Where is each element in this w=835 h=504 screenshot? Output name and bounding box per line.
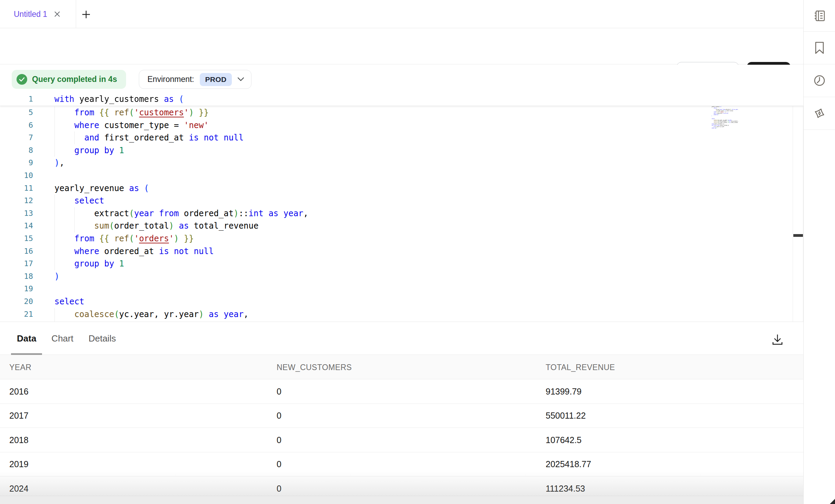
table-cell: 111234.53 <box>546 476 585 496</box>
code-line[interactable]: 17 group by 1 <box>0 258 803 270</box>
editor-tab-untitled-1[interactable]: Untitled 1 <box>0 0 76 28</box>
history-icon <box>813 74 826 87</box>
line-number: 11 <box>0 182 33 195</box>
column-header: YEAR <box>9 355 31 379</box>
code-lines: 5 from {{ ref('customers') }}6 where cus… <box>0 106 803 322</box>
notebook-icon <box>813 9 826 23</box>
environment-label: Environment: <box>147 75 194 84</box>
code-line[interactable]: 18) <box>0 270 803 283</box>
table-row: 20240111234.53 <box>0 476 803 496</box>
code-line[interactable]: 9), <box>0 157 803 169</box>
bookmarks-panel-button[interactable] <box>804 32 835 64</box>
results-panel: DataChartDetails YEARNEW_CUSTOMERSTOTAL_… <box>0 322 803 504</box>
line-number: 17 <box>0 258 33 270</box>
editor-scrollbar-track[interactable] <box>793 93 803 322</box>
table-cell: 0 <box>277 379 281 404</box>
results-table-header: YEARNEW_CUSTOMERSTOTAL_REVENUE <box>0 355 803 379</box>
code-line[interactable]: 15 from {{ ref('orders') }} <box>0 232 803 245</box>
results-tab-details[interactable]: Details <box>83 322 122 355</box>
code-line[interactable]: 22 coalesce(yc.new_customers, 0) as new_… <box>0 321 803 322</box>
column-header: NEW_CUSTOMERS <box>277 355 352 379</box>
close-tab-icon[interactable] <box>53 10 62 19</box>
notebook-panel-button[interactable] <box>804 0 835 32</box>
download-results-icon[interactable] <box>770 332 785 348</box>
new-tab-button[interactable] <box>81 9 92 20</box>
table-cell: 2018 <box>9 428 29 452</box>
editor-scrollbar-handle[interactable] <box>793 234 803 237</box>
table-cell: 550011.22 <box>546 404 586 428</box>
table-cell: 0 <box>277 476 281 496</box>
line-number: 15 <box>0 232 33 245</box>
tab-title: Untitled 1 <box>14 10 47 19</box>
right-icon-rail <box>803 0 835 504</box>
window-resize-corner[interactable] <box>830 499 835 504</box>
code-line[interactable]: 8 group by 1 <box>0 144 803 157</box>
code-line[interactable]: 14 sum(order_total) as total_revenue <box>0 220 803 232</box>
query-status-text: Query completed in 4s <box>32 75 117 84</box>
code-line[interactable]: 7 and first_ordered_at is not null <box>0 132 803 144</box>
code-line: order by 1 <box>712 127 716 129</box>
code-line[interactable]: 10 <box>0 169 803 182</box>
editor-minimap[interactable]: with yearly_customers as ( select extrac… <box>712 93 752 238</box>
bookmark-icon <box>814 41 825 55</box>
table-cell: 2017 <box>9 404 29 428</box>
main-column: Untitled 1 Develop Run <box>0 0 803 504</box>
line-number: 6 <box>0 119 33 132</box>
explore-icon <box>812 106 827 120</box>
editor-toolbar: Develop Run <box>0 29 803 64</box>
sticky-scroll-line[interactable]: 1with yearly_customers as ( <box>0 93 803 106</box>
line-number: 22 <box>0 321 33 322</box>
sql-code-editor[interactable]: 5 from {{ ref('customers') }}6 where cus… <box>0 93 803 322</box>
code-line[interactable]: 19 <box>0 283 803 295</box>
code-line[interactable]: 6 where customer_type = 'new' <box>0 119 803 132</box>
table-row: 201902025418.77 <box>0 452 803 477</box>
environment-value-chip: PROD <box>200 73 232 86</box>
query-status-badge: Query completed in 4s <box>12 70 126 89</box>
table-cell: 2016 <box>9 379 29 404</box>
table-horizontal-scrollbar[interactable] <box>0 496 803 504</box>
code-line[interactable]: 12 select <box>0 195 803 207</box>
results-tab-chart[interactable]: Chart <box>45 322 79 355</box>
results-tab-bar: DataChartDetails <box>0 322 803 355</box>
line-number: 1 <box>0 93 33 106</box>
code-line[interactable]: 16 where ordered_at is not null <box>0 245 803 258</box>
line-number: 13 <box>0 207 33 220</box>
table-row: 20180107642.5 <box>0 428 803 452</box>
code-line[interactable]: 1with yearly_customers as ( <box>0 93 803 106</box>
line-number: 19 <box>0 283 33 295</box>
results-tab-data[interactable]: Data <box>11 322 42 355</box>
column-header: TOTAL_REVENUE <box>546 355 615 379</box>
code-line[interactable]: 13 extract(year from ordered_at)::int as… <box>0 207 803 220</box>
line-number: 21 <box>0 308 33 321</box>
table-cell: 91399.79 <box>546 379 581 404</box>
line-number: 8 <box>0 144 33 157</box>
line-number: 16 <box>0 245 33 258</box>
history-panel-button[interactable] <box>804 64 835 97</box>
explore-panel-button[interactable] <box>804 97 835 130</box>
table-cell: 0 <box>277 428 281 452</box>
code-line[interactable]: 5 from {{ ref('customers') }} <box>0 106 803 119</box>
table-cell: 2019 <box>9 452 29 477</box>
line-number: 5 <box>0 106 33 119</box>
editor-tab-bar: Untitled 1 <box>0 0 803 28</box>
line-number: 7 <box>0 132 33 144</box>
code-line[interactable]: 20select <box>0 295 803 308</box>
code-line[interactable]: 11yearly_revenue as ( <box>0 182 803 195</box>
table-cell: 107642.5 <box>546 428 581 452</box>
line-number: 14 <box>0 220 33 232</box>
line-number: 10 <box>0 169 33 182</box>
table-cell: 2024 <box>9 476 29 496</box>
code-line[interactable]: 21 coalesce(yc.year, yr.year) as year, <box>0 308 803 321</box>
line-number: 9 <box>0 157 33 169</box>
line-number: 20 <box>0 295 33 308</box>
line-number: 18 <box>0 270 33 283</box>
table-cell: 0 <box>277 404 281 428</box>
table-row: 20170550011.22 <box>0 404 803 428</box>
query-status-row: Query completed in 4s Environment: PROD <box>0 65 803 93</box>
sql-ide-app: Untitled 1 Develop Run <box>0 0 835 504</box>
chevron-down-icon <box>237 77 244 82</box>
environment-selector[interactable]: Environment: PROD <box>139 70 251 89</box>
line-number: 12 <box>0 195 33 207</box>
success-check-icon <box>17 74 27 85</box>
table-cell: 0 <box>277 452 281 477</box>
